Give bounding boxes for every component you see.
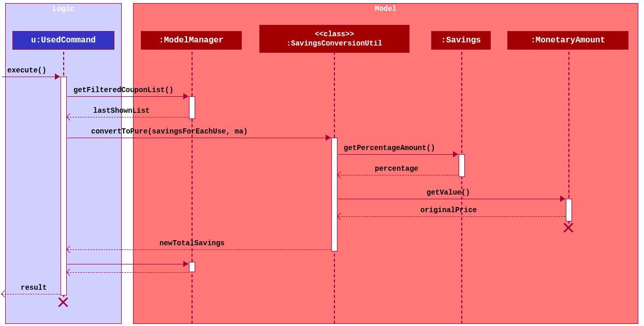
arrow-percentage [338,175,458,175]
arrow-origprice [338,216,565,217]
arrow-lastshown [67,117,188,117]
arrow-getpct [338,154,458,155]
arrow-execute [2,77,60,77]
label-newtotal: newTotalSavings [159,239,225,247]
lifeline-model-manager [192,52,193,324]
label-convert: convertToPure(savingsForEachUse, ma) [91,127,247,136]
logic-box-title: Logic [52,5,74,13]
label-result: result [21,284,47,292]
activation-mm-1 [189,96,195,119]
participant-label: :ModelManager [159,36,224,45]
label-origprice: originalPrice [420,206,477,214]
arrow-blank-call [67,264,188,264]
label-lastshown: lastShownList [93,107,150,115]
participant-label: :SavingsConversionUtil [287,39,383,48]
participant-model-manager: :ModelManager [141,31,242,50]
activation-mm-2 [189,262,195,272]
activation-used-command [61,77,67,295]
arrow-getfiltered [67,96,188,97]
label-execute: execute() [7,66,47,75]
arrowhead-blank-call [183,261,188,267]
label-getpct: getPercentageAmount() [344,144,435,152]
arrow-getvalue [338,199,565,199]
arrowhead-getfiltered [183,93,188,99]
activation-scu [331,138,338,251]
destroy-monetary [562,221,575,234]
destroy-usedcommand [57,296,69,308]
arrow-convert [67,138,331,138]
label-percentage: percentage [375,165,418,173]
participant-savings: :Savings [431,31,491,50]
label-getfiltered: getFilteredCouponList() [74,86,173,94]
lifeline-savings [461,52,462,324]
participant-monetary-amount: :MonetaryAmount [507,31,628,50]
arrowhead-execute [55,73,60,80]
arrow-blank-ret [67,272,188,273]
participant-stereo: <<class>> [315,30,354,38]
participant-label: :MonetaryAmount [531,36,605,45]
arrowhead-getpct [453,151,458,157]
arrow-result [2,294,60,294]
label-getvalue: getValue() [427,188,470,197]
model-box-title: Model [375,5,397,13]
participant-label: u:UsedCommand [31,36,96,45]
lifeline-monetary [568,52,569,224]
arrowhead-getvalue [560,196,565,202]
activation-savings [459,154,465,177]
participant-savings-conv-util: <<class>> :SavingsConversionUtil [259,25,409,53]
participant-label: :Savings [441,36,481,45]
participant-used-command: u:UsedCommand [12,31,114,50]
arrowhead-convert [326,135,331,141]
activation-monetary [566,199,572,221]
arrow-newtotal [67,249,331,250]
